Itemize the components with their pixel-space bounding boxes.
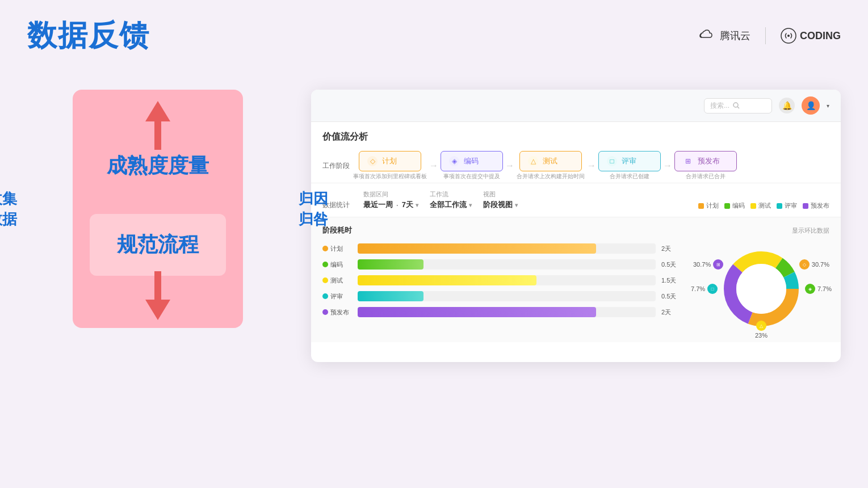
page-title: 数据反馈 bbox=[27, 16, 150, 56]
bar-row-deploy: 预发布 2天 bbox=[322, 307, 682, 317]
arrow-down-head bbox=[145, 300, 170, 320]
show-ring-button[interactable]: 显示环比数据 bbox=[792, 226, 829, 235]
guiyin-label: 归因归咎 bbox=[299, 188, 328, 230]
workflow-filter[interactable]: 工作流 全部工作流 ▾ bbox=[430, 190, 472, 210]
stats-filter-row: 数据统计 数据区间 最近一周 · 7天 ▾ 工作流 全部工作流 ▾ 视图 bbox=[311, 183, 841, 217]
search-placeholder: 搜索... bbox=[710, 101, 729, 111]
bar-container-code bbox=[358, 259, 656, 270]
test-icon: △ bbox=[528, 156, 538, 166]
bar-label-plan: 计划 bbox=[322, 245, 352, 253]
svg-point-2 bbox=[733, 103, 738, 107]
bar-chart-area: 计划 2天 编码 bbox=[322, 243, 682, 334]
legend-dot-code bbox=[724, 203, 730, 209]
bar-row-code: 编码 0.5天 bbox=[322, 259, 682, 270]
data-range-caret: ▾ bbox=[416, 202, 418, 208]
coding-icon bbox=[781, 28, 796, 44]
svg-point-1 bbox=[787, 35, 790, 37]
diagram-upper-text: 成熟度度量 bbox=[90, 152, 226, 180]
stage-col-test: △ 测试 合并请求上次构建开始时间 bbox=[517, 151, 585, 180]
donut-inner-circle bbox=[736, 264, 786, 314]
donut-icon-test: △ bbox=[756, 321, 766, 331]
donut-icon-deploy: ⊞ bbox=[713, 259, 723, 270]
workflow-value[interactable]: 全部工作流 ▾ bbox=[430, 200, 472, 210]
search-icon bbox=[733, 102, 740, 109]
vsa-section: 价值流分析 工作阶段 ◇ 计划 事项首次添加到里程碑或看板 → ◈ bbox=[311, 122, 841, 180]
bar-value-test: 1.5天 bbox=[661, 276, 682, 285]
bar-label-deploy: 预发布 bbox=[322, 308, 352, 317]
arrow-1: → bbox=[429, 161, 438, 171]
logo-area: 腾讯云 CODING bbox=[698, 27, 841, 44]
bar-dot-deploy bbox=[322, 309, 328, 315]
donut-label-review: 7.7% □ bbox=[691, 284, 718, 294]
code-icon: ◈ bbox=[449, 156, 459, 166]
bar-container-plan bbox=[358, 243, 656, 254]
main-content: 收集数据 归因归咎 成熟度度量 规范流程 bbox=[0, 67, 868, 385]
stage-box-review[interactable]: □ 评审 bbox=[598, 151, 661, 171]
test-desc: 合并请求上次构建开始时间 bbox=[517, 173, 585, 180]
stage-col-code: ◈ 编码 事项首次在提交中提及 bbox=[441, 151, 503, 180]
bar-fill-plan bbox=[358, 243, 596, 254]
user-avatar[interactable]: 👤 bbox=[802, 96, 820, 115]
legend-plan: 计划 bbox=[698, 201, 719, 210]
legend-dot-plan bbox=[698, 203, 704, 209]
donut-icon-plan: ◇ bbox=[799, 259, 810, 270]
bar-dot-code bbox=[322, 262, 328, 267]
bar-row-test: 测试 1.5天 bbox=[322, 275, 682, 285]
bar-label-code: 编码 bbox=[322, 260, 352, 269]
legend-dot-review bbox=[777, 203, 782, 209]
bar-container-test bbox=[358, 275, 656, 285]
bar-container-deploy bbox=[358, 307, 656, 317]
data-range-label: 数据区间 bbox=[363, 190, 418, 199]
left-diagram: 收集数据 归因归咎 成熟度度量 规范流程 bbox=[27, 90, 288, 362]
stage-box-plan[interactable]: ◇ 计划 bbox=[359, 151, 421, 171]
legend-code: 编码 bbox=[724, 201, 745, 210]
bar-label-review: 评审 bbox=[322, 292, 352, 301]
bar-value-code: 0.5天 bbox=[661, 260, 682, 269]
diagram-lower-text: 规范流程 bbox=[107, 231, 209, 259]
data-range-value[interactable]: 最近一周 · 7天 ▾ bbox=[363, 200, 418, 210]
test-stage-name: 测试 bbox=[543, 156, 557, 166]
legend-test: 测试 bbox=[750, 201, 771, 210]
search-box[interactable]: 搜索... bbox=[704, 98, 772, 113]
stage-box-test[interactable]: △ 测试 bbox=[519, 151, 582, 171]
diagram-lower-box: 规范流程 bbox=[90, 214, 226, 276]
svg-line-3 bbox=[737, 107, 739, 108]
deploy-stage-name: 预发布 bbox=[698, 156, 720, 166]
legend-deploy: 预发布 bbox=[803, 201, 829, 210]
donut-icon-code: ◈ bbox=[805, 284, 815, 294]
view-value[interactable]: 阶段视图 ▾ bbox=[483, 200, 518, 210]
tencent-cloud-logo: 腾讯云 bbox=[698, 29, 750, 43]
stage-box-deploy[interactable]: ⊞ 预发布 bbox=[674, 151, 737, 171]
workflow-row: 工作阶段 ◇ 计划 事项首次添加到里程碑或看板 → ◈ 编码 事 bbox=[322, 151, 829, 180]
coding-logo: CODING bbox=[781, 28, 841, 44]
stage-col-review: □ 评审 合并请求已创建 bbox=[598, 151, 661, 180]
tencent-cloud-label: 腾讯云 bbox=[720, 29, 750, 43]
workflow-caret: ▾ bbox=[469, 202, 472, 208]
chart-header: 阶段耗时 显示环比数据 bbox=[322, 225, 829, 235]
bar-value-deploy: 2天 bbox=[661, 308, 682, 317]
review-icon: □ bbox=[607, 156, 617, 166]
stage-box-code[interactable]: ◈ 编码 bbox=[441, 151, 503, 171]
tencent-cloud-icon bbox=[698, 30, 716, 42]
bar-container-review bbox=[358, 291, 656, 301]
donut-label-deploy: 30.7% ⊞ bbox=[693, 259, 723, 270]
bar-row-review: 评审 0.5天 bbox=[322, 291, 682, 301]
avatar-caret[interactable]: ▾ bbox=[827, 103, 829, 109]
plan-icon: ◇ bbox=[367, 156, 378, 166]
deploy-desc: 合并请求已合并 bbox=[686, 173, 726, 180]
chart-body: 计划 2天 编码 bbox=[322, 243, 829, 334]
bar-value-review: 0.5天 bbox=[661, 292, 682, 301]
review-stage-name: 评审 bbox=[622, 156, 636, 166]
donut-icon-review: □ bbox=[707, 284, 718, 294]
chart-section: 阶段耗时 显示环比数据 计划 2天 bbox=[311, 217, 841, 342]
vsa-title: 价值流分析 bbox=[322, 131, 829, 143]
view-filter[interactable]: 视图 阶段视图 ▾ bbox=[483, 190, 518, 210]
bar-fill-test bbox=[358, 275, 536, 285]
bar-value-plan: 2天 bbox=[661, 245, 682, 253]
coding-label: CODING bbox=[800, 30, 841, 42]
stage-col-deploy: ⊞ 预发布 合并请求已合并 bbox=[674, 151, 737, 180]
deploy-icon: ⊞ bbox=[683, 156, 693, 166]
plan-stage-name: 计划 bbox=[382, 156, 397, 166]
data-range-filter[interactable]: 数据区间 最近一周 · 7天 ▾ bbox=[363, 190, 418, 210]
bell-icon[interactable]: 🔔 bbox=[779, 98, 795, 113]
